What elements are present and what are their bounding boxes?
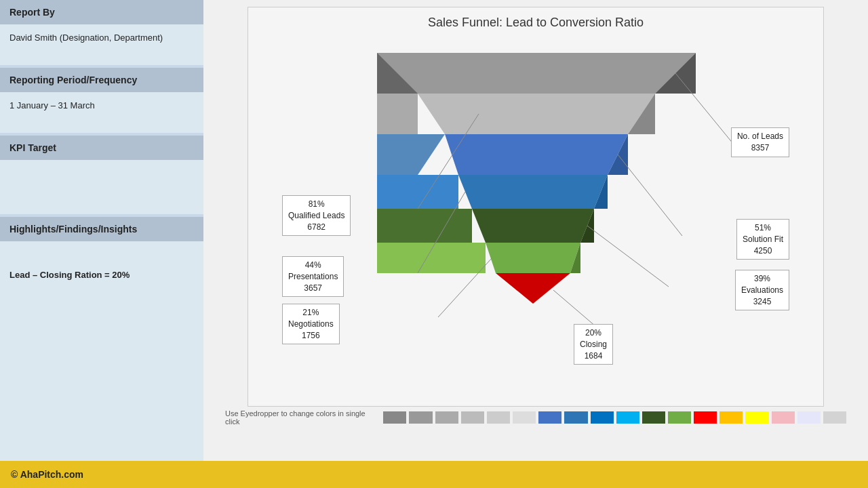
- callout-presentations: 44% Presentations 3657: [282, 256, 344, 297]
- callout-qualified-label: Qualified Leads: [288, 211, 344, 220]
- sidebar: Report By David Smith (Designation, Depa…: [0, 0, 203, 461]
- swatch-7[interactable]: [538, 411, 561, 424]
- callout-qualified-value: 6782: [307, 222, 326, 232]
- callout-negotiations: 21% Negotiations 1756: [282, 304, 340, 344]
- swatch-6[interactable]: [513, 411, 536, 424]
- callout-closing-value: 1684: [585, 351, 603, 361]
- kpi-header: KPI Target: [0, 136, 203, 160]
- funnel-stage-3-left: [377, 134, 445, 175]
- callout-qualified: 81% Qualified Leads 6782: [282, 195, 351, 236]
- eyedropper-text: Use Eyedropper to change colors in singl…: [225, 409, 374, 426]
- swatch-16[interactable]: [772, 411, 795, 424]
- swatch-15[interactable]: [745, 411, 768, 424]
- funnel-stage-4: [458, 175, 608, 209]
- funnel-stage-5: [472, 209, 594, 243]
- period-header: Reporting Period/Frequency: [0, 68, 203, 92]
- callout-closing-pct: 20%: [585, 328, 601, 338]
- callout-leads-value: 8357: [751, 143, 770, 152]
- chart-title: Sales Funnel: Lead to Conversion Ratio: [428, 7, 644, 33]
- callout-evaluations-value: 3245: [753, 297, 772, 306]
- callout-leads: No. of Leads 8357: [731, 127, 789, 157]
- callout-closing: 20% Closing 1684: [574, 324, 613, 365]
- callout-closing-label: Closing: [580, 340, 607, 349]
- footer-bar: © AhaPitch.com: [0, 461, 868, 488]
- swatch-5[interactable]: [487, 411, 510, 424]
- insights-value: Lead – Closing Ration = 20%: [9, 270, 194, 280]
- swatch-4[interactable]: [461, 411, 484, 424]
- swatch-12[interactable]: [668, 411, 691, 424]
- callout-presentations-pct: 44%: [305, 260, 321, 270]
- funnel-stage-2: [418, 94, 655, 134]
- funnel-stage-3: [445, 134, 628, 175]
- callout-solution-value: 4250: [754, 246, 772, 256]
- swatch-11[interactable]: [642, 411, 665, 424]
- swatch-17[interactable]: [797, 411, 821, 424]
- chart-container: Sales Funnel: Lead to Conversion Ratio: [248, 7, 824, 407]
- callout-line-solution: [618, 155, 682, 236]
- funnel-stage-2-left: [377, 94, 418, 134]
- funnel-stage-4-left: [377, 175, 458, 209]
- funnel-stage-1: [377, 53, 696, 94]
- funnel-wrapper: No. of Leads 8357 81% Qualified Leads 67…: [248, 33, 823, 406]
- color-swatches-bar: Use Eyedropper to change colors in singl…: [214, 407, 857, 428]
- swatch-14[interactable]: [719, 411, 743, 424]
- period-value: 1 January – 31 March: [0, 92, 203, 133]
- swatch-10[interactable]: [616, 411, 639, 424]
- callout-leads-label: No. of Leads: [737, 131, 783, 141]
- funnel-stage-6-left: [377, 243, 486, 273]
- callout-negotiations-value: 1756: [302, 331, 320, 340]
- funnel-stage-5-left: [377, 209, 472, 243]
- callout-evaluations: 39% Evaluations 3245: [735, 270, 789, 310]
- insights-body: Lead – Closing Ration = 20%: [0, 241, 203, 461]
- callout-negotiations-pct: 21%: [302, 308, 319, 317]
- callout-evaluations-pct: 39%: [754, 274, 770, 283]
- callout-solution-pct: 51%: [755, 223, 771, 232]
- callout-negotiations-label: Negotiations: [288, 319, 334, 329]
- swatch-18[interactable]: [823, 411, 846, 424]
- swatch-9[interactable]: [591, 411, 614, 424]
- funnel-stage-6: [486, 243, 580, 273]
- chart-area: Sales Funnel: Lead to Conversion Ratio: [203, 0, 868, 461]
- insights-header: Highlights/Findings/Insights: [0, 217, 203, 241]
- callout-line-evaluations: [587, 226, 669, 287]
- callout-presentations-label: Presentations: [288, 272, 338, 281]
- swatch-8[interactable]: [564, 411, 587, 424]
- callout-line-leads: [675, 73, 736, 148]
- brand-label: © AhaPitch.com: [11, 469, 83, 480]
- funnel-stage-7: [496, 273, 570, 304]
- callout-presentations-value: 3657: [304, 283, 322, 293]
- callout-qualified-pct: 81%: [309, 199, 325, 209]
- callout-solution-label: Solution Fit: [743, 235, 783, 244]
- report-by-header: Report By: [0, 0, 203, 24]
- swatch-1[interactable]: [383, 411, 406, 424]
- swatch-13[interactable]: [694, 411, 717, 424]
- callout-evaluations-label: Evaluations: [741, 285, 783, 295]
- report-by-value: David Smith (Designation, Department): [0, 24, 203, 65]
- swatch-3[interactable]: [435, 411, 458, 424]
- swatch-2[interactable]: [409, 411, 432, 424]
- kpi-value: [0, 160, 203, 214]
- callout-solution: 51% Solution Fit 4250: [736, 219, 789, 260]
